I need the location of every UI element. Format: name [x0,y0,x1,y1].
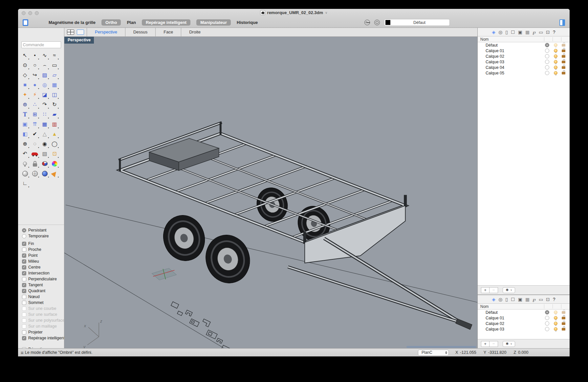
osnap-checkbox[interactable]: Proche [22,247,64,252]
toolbar-button[interactable]: Repérage intelligent [142,19,190,26]
tool-button[interactable]: ∷ [40,110,50,119]
viewport-tab[interactable]: Perspective [87,28,125,36]
tool-button[interactable]: △ [40,129,50,139]
osnap-checkbox[interactable]: Sur une polysurface [22,317,64,323]
layer-lock-icon[interactable] [562,66,565,69]
tool-button[interactable] [30,149,40,159]
layer-visibility-bulb-icon[interactable] [554,49,557,52]
layer-lock-icon[interactable] [562,328,565,331]
current-layer-dropdown[interactable]: Défaut [384,19,450,26]
add-layer-button[interactable]: + [481,341,490,347]
layer-lock-icon[interactable] [562,72,565,74]
viewport-scrollbar[interactable] [406,346,476,348]
tool-button[interactable] [20,169,30,178]
layer-visibility-bulb-icon[interactable] [554,316,557,320]
tool-button[interactable]: ● [30,80,40,90]
display-icon[interactable]: ⊡ [546,30,550,34]
box-icon[interactable]: ☐ [511,297,515,302]
minimize-button[interactable] [28,11,32,15]
layer-visibility-bulb-icon[interactable] [554,54,557,58]
scroll-icon[interactable]: ℘ [533,30,536,34]
layers-icon[interactable]: ◈ [492,30,495,34]
viewport-tab[interactable]: Face [155,28,181,36]
osnap-checkbox[interactable]: Repérage intelligent [22,335,64,341]
node-circle-icon[interactable] [364,20,370,25]
layer-lock-icon[interactable] [562,44,565,47]
current-layer-radio[interactable] [545,327,549,331]
tool-button[interactable]: ◯ [50,139,59,149]
layer-row[interactable]: Calque 04 [478,65,570,70]
osnap-checkbox[interactable]: Sur une surface [22,312,64,317]
current-layer-radio[interactable] [545,71,549,75]
tool-button[interactable]: ◫ [50,90,59,100]
tool-button[interactable] [20,159,30,169]
osnap-checkbox[interactable]: Point [22,252,64,258]
remove-layer-button[interactable]: − [490,341,498,347]
layer-visibility-bulb-icon[interactable] [554,43,557,47]
tool-button[interactable]: ⌢ [40,60,50,70]
tool-button[interactable]: ⊙ [20,60,30,70]
tool-button[interactable]: ⊚ [20,100,30,110]
tool-button[interactable] [30,159,40,169]
help-icon[interactable]: ? [553,30,555,34]
rectangle-icon[interactable]: ▭ [539,297,543,302]
tool-button[interactable]: ✔ [30,129,40,139]
tool-button[interactable]: ▣ [20,119,30,129]
tool-button[interactable] [50,169,59,178]
layer-row[interactable]: Défaut [478,310,570,315]
tool-button[interactable]: ↻ [50,100,59,110]
osnap-checkbox[interactable]: Quadrant [22,288,64,294]
layer-row[interactable]: Calque 01 [478,48,570,53]
camera-icon[interactable]: ▣ [518,30,522,34]
tool-button[interactable]: ⊞ [30,110,40,119]
toolbar-button[interactable]: Manipulateur [196,19,231,26]
layer-row[interactable]: Calque 03 [478,59,570,65]
osnap-checkbox[interactable]: Sur un maillage [22,323,64,329]
osnap-checkbox[interactable]: Centre [22,264,64,270]
tool-button[interactable]: ✦ [20,90,30,100]
tool-button[interactable]: ⊡ [50,149,59,159]
tool-button[interactable]: ▥ [50,119,59,129]
cplane-select[interactable]: PlanC [418,350,449,356]
layer-visibility-bulb-icon[interactable] [554,66,557,69]
layer-visibility-bulb-icon[interactable] [554,322,557,325]
layer-visibility-bulb-icon[interactable] [554,327,557,331]
tool-button[interactable]: ∴ [30,100,40,110]
four-pane-icon[interactable] [67,30,74,35]
layer-row[interactable]: Calque 02 [478,53,570,59]
layer-lock-icon[interactable] [562,317,565,319]
toolbar-button[interactable]: Magnétisme de la grille [49,20,96,25]
toolbar-button[interactable]: Plan [127,20,136,25]
osnap-checkbox[interactable]: Perpendiculaire [22,276,64,282]
osnap-checkbox[interactable]: Milieu [22,258,64,264]
osnap-checkbox[interactable]: Nœud [22,294,64,300]
osnap-checkbox[interactable]: Tangent [22,282,64,288]
single-pane-icon[interactable] [77,30,84,35]
tool-button[interactable]: ▨ [40,70,50,80]
osnap-checkbox[interactable]: Sommet [22,300,64,306]
current-layer-radio[interactable] [545,54,549,58]
help-icon[interactable]: ? [553,297,555,302]
layer-lock-icon[interactable] [562,55,565,58]
layer-row[interactable]: Calque 02 [478,321,570,326]
layer-visibility-bulb-icon[interactable] [554,60,557,64]
tool-button[interactable]: ■ [20,80,30,90]
toolbar-button[interactable]: Historique [237,20,258,25]
current-layer-radio[interactable] [545,310,549,314]
tool-button[interactable]: ◧ [20,129,30,139]
tool-button[interactable]: ▦ [50,80,59,90]
tool-button[interactable]: ⚡ [30,90,40,100]
tool-button[interactable]: ↷ [40,100,50,110]
tool-button[interactable]: ▱ [50,70,59,80]
tool-button[interactable] [40,159,50,169]
add-layer-button[interactable]: + [481,287,490,293]
layer-row[interactable]: Défaut [478,42,570,48]
current-layer-radio[interactable] [545,316,549,320]
layer-lock-icon[interactable] [562,61,565,63]
grid-plane-icon[interactable]: ▦ [525,30,530,34]
viewport-title[interactable]: Perspective [64,37,94,44]
current-layer-radio[interactable] [545,60,549,64]
tool-button[interactable]: ↖ [20,50,30,60]
command-input[interactable] [21,41,61,48]
tool-button[interactable]: ◉ [40,139,50,149]
